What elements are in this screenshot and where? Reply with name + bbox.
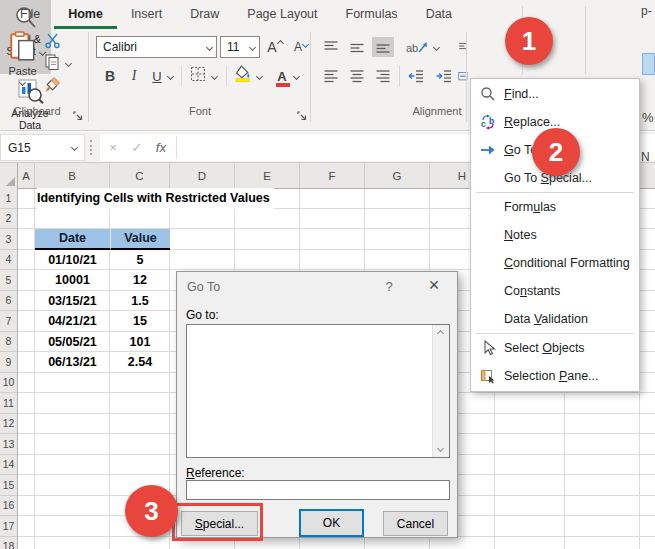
name-box-dropdown-icon[interactable] — [71, 144, 78, 151]
column-header-A[interactable]: A — [18, 163, 35, 188]
enter-entry-button[interactable]: ✓ — [127, 137, 147, 157]
row-header-3[interactable]: 3 — [0, 229, 17, 250]
fill-color-button[interactable] — [232, 65, 254, 85]
row-header-18[interactable]: 18 — [0, 537, 17, 549]
dialog-close-button[interactable]: × — [421, 275, 447, 296]
cancel-entry-button[interactable]: × — [103, 137, 123, 157]
row-header-10[interactable]: 10 — [0, 373, 17, 394]
menu-item-data-validation[interactable]: Data Validation — [471, 305, 639, 333]
copy-dropdown-icon[interactable] — [65, 60, 72, 67]
column-header-K[interactable]: K — [640, 163, 655, 188]
menu-item-constants[interactable]: Constants — [471, 277, 639, 305]
column-header-C[interactable]: C — [110, 163, 170, 188]
middle-align-button[interactable] — [346, 37, 368, 57]
borders-dropdown-icon[interactable] — [211, 73, 218, 80]
underline-button[interactable]: U — [146, 66, 168, 86]
orientation-dropdown-icon[interactable] — [433, 44, 440, 51]
row-header-4[interactable]: 4 — [0, 250, 17, 271]
menu-item-select-objects[interactable]: Select Objects — [471, 334, 639, 362]
column-header-E[interactable]: E — [235, 163, 300, 188]
bold-button[interactable]: B — [99, 66, 121, 86]
cell-B8[interactable]: 05/05/21 — [35, 332, 110, 353]
menu-item-selection-pane[interactable]: Selection Pane... — [471, 362, 639, 390]
scroll-down-icon[interactable] — [437, 445, 444, 452]
row-header-8[interactable]: 8 — [0, 332, 17, 353]
go-to-listbox[interactable] — [186, 324, 450, 458]
row-header-9[interactable]: 9 — [0, 352, 17, 373]
scroll-up-icon[interactable] — [437, 330, 444, 337]
tab-insert[interactable]: Insert — [117, 0, 176, 29]
paste-button[interactable]: Paste — [4, 31, 41, 99]
cell-C4[interactable]: 5 — [110, 250, 170, 271]
menu-item-formulas[interactable]: Formulas — [471, 193, 639, 221]
tab-home[interactable]: Home — [54, 0, 117, 29]
align-left-button[interactable] — [320, 66, 342, 86]
italic-button[interactable]: I — [123, 66, 145, 86]
cell-C9[interactable]: 2.54 — [110, 352, 170, 373]
fill-color-dropdown-icon[interactable] — [256, 73, 263, 80]
clipboard-dialog-launcher-icon[interactable] — [73, 107, 83, 125]
row-header-12[interactable]: 12 — [0, 414, 17, 435]
cell-C8[interactable]: 101 — [110, 332, 170, 353]
cancel-button[interactable]: Cancel — [383, 511, 448, 536]
tab-draw[interactable]: Draw — [176, 0, 233, 29]
insert-function-button[interactable]: fx — [151, 137, 171, 157]
row-header-11[interactable]: 11 — [0, 393, 17, 414]
listbox-scrollbar[interactable] — [432, 325, 449, 457]
tab-formulas[interactable]: Formulas — [332, 0, 412, 29]
increase-font-size-button[interactable]: A — [263, 37, 287, 57]
row-header-16[interactable]: 16 — [0, 496, 17, 517]
cell-C3-header[interactable]: Value — [110, 229, 170, 250]
column-header-B[interactable]: B — [35, 163, 110, 188]
tab-file[interactable]: File — [6, 0, 54, 29]
format-painter-button[interactable] — [41, 76, 63, 96]
reference-input[interactable] — [186, 480, 450, 500]
paste-dropdown-icon[interactable] — [19, 79, 26, 86]
bottom-align-button[interactable] — [372, 37, 394, 57]
formula-bar-handle[interactable] — [90, 140, 92, 155]
cell-B6[interactable]: 03/15/21 — [35, 291, 110, 312]
cell-C5[interactable]: 12 — [110, 270, 170, 291]
ok-button[interactable]: OK — [299, 509, 364, 537]
align-right-button[interactable] — [372, 66, 394, 86]
align-center-button[interactable] — [346, 66, 368, 86]
column-header-F[interactable]: F — [300, 163, 365, 188]
column-header-D[interactable]: D — [170, 163, 235, 188]
decrease-indent-button[interactable] — [405, 66, 427, 86]
font-color-button[interactable]: A — [271, 66, 293, 86]
row-header-1[interactable]: 1 — [0, 188, 17, 209]
name-box[interactable]: G15 — [0, 134, 85, 161]
tab-data[interactable]: Data — [412, 0, 466, 29]
borders-button[interactable] — [187, 66, 209, 86]
row-header-13[interactable]: 13 — [0, 434, 17, 455]
dialog-help-button[interactable]: ? — [379, 279, 399, 294]
underline-dropdown-icon[interactable] — [167, 73, 174, 80]
increase-indent-button[interactable] — [433, 66, 455, 86]
select-all-corner[interactable] — [0, 163, 18, 188]
cell-B9[interactable]: 06/13/21 — [35, 352, 110, 373]
cell-B3-header[interactable]: Date — [35, 229, 110, 250]
menu-item-find[interactable]: Find... — [471, 80, 639, 108]
cell-C6[interactable]: 1.5 — [110, 291, 170, 312]
font-name-combo[interactable]: Calibri — [96, 36, 217, 58]
cell-C7[interactable]: 15 — [110, 311, 170, 332]
tab-page-layout[interactable]: Page Layout — [233, 0, 331, 29]
column-header-G[interactable]: G — [365, 163, 430, 188]
orientation-button[interactable]: ab — [404, 37, 430, 57]
row-header-14[interactable]: 14 — [0, 455, 17, 476]
row-header-5[interactable]: 5 — [0, 270, 17, 291]
top-align-button[interactable] — [320, 37, 342, 57]
font-color-dropdown-icon[interactable] — [293, 73, 300, 80]
row-header-17[interactable]: 17 — [0, 516, 17, 537]
row-header-15[interactable]: 15 — [0, 475, 17, 496]
row-header-2[interactable]: 2 — [0, 209, 17, 230]
cell-B7[interactable]: 04/21/21 — [35, 311, 110, 332]
cell-B1-title[interactable]: Identifying Cells with Restricted Values — [37, 188, 274, 209]
menu-item-notes[interactable]: Notes — [471, 221, 639, 249]
cut-button[interactable] — [41, 32, 63, 52]
row-header-6[interactable]: 6 — [0, 291, 17, 312]
font-size-combo[interactable]: 11 — [220, 36, 260, 58]
cell-B5[interactable]: 10001 — [35, 270, 110, 291]
menu-item-conditional-formatting[interactable]: Conditional Formatting — [471, 249, 639, 277]
font-dialog-launcher-icon[interactable] — [297, 107, 307, 125]
